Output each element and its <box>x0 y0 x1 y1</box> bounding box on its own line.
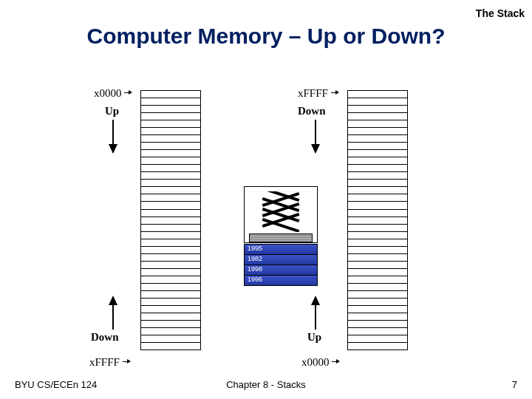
spring-icon <box>262 191 300 232</box>
pointer-right-icon <box>124 89 132 97</box>
pointer-right-icon <box>123 358 131 366</box>
pointer-right-icon <box>331 89 339 97</box>
memory-column-left <box>140 90 201 350</box>
left-top-addr: x0000 <box>94 87 132 100</box>
footer-chapter: Chapter 8 - Stacks <box>0 379 532 390</box>
stack-item: 1996 <box>244 275 318 286</box>
stack-dispenser: 1995 1982 1998 1996 <box>244 186 318 286</box>
right-top-dir: Down <box>298 105 326 117</box>
memory-column-right <box>347 90 408 350</box>
page-title: Computer Memory – Up or Down? <box>0 24 532 49</box>
stack-item: 1998 <box>244 265 318 276</box>
pointer-right-icon <box>332 358 340 366</box>
left-top-dir: Up <box>105 105 119 117</box>
right-top-addr: xFFFF <box>298 87 339 100</box>
left-bottom-addr: xFFFF <box>89 356 131 369</box>
page-number: 7 <box>512 379 517 390</box>
right-bottom-addr: x0000 <box>301 356 340 369</box>
stack-item: 1995 <box>244 244 318 255</box>
section-label: The Stack <box>476 7 525 19</box>
right-bottom-dir: Up <box>307 331 321 344</box>
left-bottom-dir: Down <box>91 331 119 344</box>
stack-item: 1982 <box>244 254 318 265</box>
